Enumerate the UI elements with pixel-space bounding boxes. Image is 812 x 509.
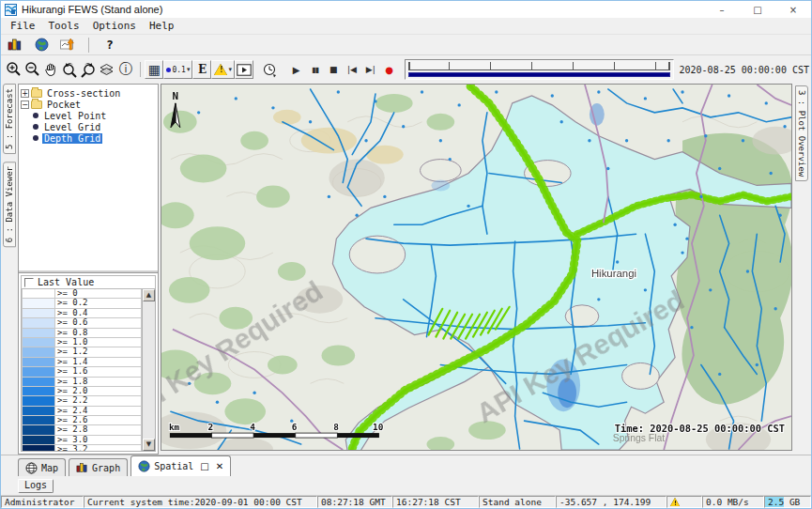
tab-graph[interactable]: Graph bbox=[69, 458, 128, 476]
app-window: Hikurangi FEWS (Stand alone) – □ × File … bbox=[0, 0, 812, 509]
app-logo-icon bbox=[5, 4, 17, 16]
zoom-out-icon[interactable] bbox=[23, 60, 42, 79]
menu-file[interactable]: File bbox=[5, 19, 41, 33]
panel-maximize-icon[interactable]: □ bbox=[200, 461, 208, 471]
svg-text:N: N bbox=[173, 90, 179, 102]
status-gmt-time: 08:27:18 GMT bbox=[317, 496, 392, 508]
legend-row[interactable]: >= 2.2 bbox=[22, 396, 142, 406]
panel-close-icon[interactable]: ✕ bbox=[216, 461, 223, 471]
legend-row[interactable]: >= 0.4 bbox=[22, 309, 142, 318]
warning-triangle-icon bbox=[214, 64, 227, 75]
last-value-checkbox[interactable] bbox=[24, 278, 34, 287]
title-bar: Hikurangi FEWS (Stand alone) – □ × bbox=[1, 1, 811, 18]
legend-row[interactable]: >= 0.6 bbox=[22, 318, 142, 328]
tab-data-viewer[interactable]: 6 : Data Viewer bbox=[3, 162, 16, 247]
legend-row[interactable]: >= 1.8 bbox=[22, 378, 142, 387]
expander-plus-icon[interactable]: + bbox=[21, 89, 29, 98]
map-area[interactable]: API Key Required API Key Required Hikura… bbox=[159, 84, 792, 455]
legend-color-swatch bbox=[22, 396, 55, 406]
bottom-tab-bar: Map Graph Spatial □ ✕ bbox=[1, 455, 811, 476]
main-area: 5 : Forecast 6 : Data Viewer + Cross-sec… bbox=[1, 84, 811, 455]
legend-row[interactable]: >= 2.4 bbox=[22, 407, 142, 416]
status-warning[interactable] bbox=[666, 496, 702, 508]
stop-button[interactable]: ■ bbox=[324, 60, 343, 79]
step-back-button[interactable]: |◀ bbox=[343, 60, 361, 79]
export-timeseries-icon[interactable] bbox=[57, 36, 78, 54]
legend-scrollbar[interactable]: ▲ ▼ bbox=[142, 289, 155, 451]
left-tab-strip: 5 : Forecast 6 : Data Viewer bbox=[1, 84, 18, 455]
legend-row[interactable]: >= 2.8 bbox=[22, 425, 142, 435]
menu-options[interactable]: Options bbox=[87, 19, 142, 33]
scroll-up-icon[interactable]: ▲ bbox=[143, 289, 155, 301]
tree-item-pocket[interactable]: − Pocket bbox=[21, 99, 156, 110]
zoom-previous-icon[interactable] bbox=[60, 60, 79, 79]
window-title: Hikurangi FEWS (Stand alone) bbox=[22, 4, 162, 15]
map-toolbar: ⓘ ▦ 0.1 ▾ E ▾ ▶ ▮▮ ■ |◀ ▶| ● 2020-08-25 … bbox=[1, 55, 811, 84]
toolbar-separator-2 bbox=[140, 62, 141, 77]
minimize-button[interactable]: – bbox=[704, 1, 740, 18]
legend-row[interactable]: >= 1.6 bbox=[22, 367, 142, 377]
map-canvas[interactable]: API Key Required API Key Required Hikura… bbox=[161, 84, 792, 451]
legend-color-swatch bbox=[22, 387, 55, 396]
tree-item-level-point[interactable]: Level Point bbox=[21, 110, 156, 121]
zoom-in-icon[interactable] bbox=[5, 60, 23, 79]
status-mode: Stand alone bbox=[479, 496, 556, 508]
tab-forecast[interactable]: 5 : Forecast bbox=[3, 84, 16, 154]
pan-hand-icon[interactable] bbox=[42, 60, 61, 79]
close-button[interactable]: × bbox=[775, 1, 811, 18]
step-forward-button[interactable]: ▶| bbox=[361, 60, 380, 79]
tree-item-depth-grid[interactable]: Depth Grid bbox=[21, 132, 156, 144]
menu-help[interactable]: Help bbox=[144, 19, 180, 33]
pause-button[interactable]: ▮▮ bbox=[306, 60, 325, 79]
tab-plot-overview[interactable]: 3 : Plot Overview bbox=[795, 85, 808, 181]
scroll-down-icon[interactable]: ▼ bbox=[143, 439, 155, 451]
legend-row[interactable]: >= 1.2 bbox=[22, 347, 142, 357]
legend-row[interactable]: >= 3.0 bbox=[22, 436, 142, 445]
record-button[interactable]: ● bbox=[380, 60, 399, 79]
legend-row[interactable]: >= 2.6 bbox=[22, 416, 142, 425]
classification-dropdown[interactable]: 0.1 ▾ bbox=[163, 60, 192, 79]
grid-display-button[interactable]: ▦ bbox=[145, 60, 163, 79]
legend-row[interactable]: >= 1.4 bbox=[22, 358, 142, 367]
legend-color-swatch bbox=[22, 309, 55, 318]
svg-text:10: 10 bbox=[373, 422, 384, 432]
maximize-button[interactable]: □ bbox=[740, 1, 775, 18]
legend-toggle-button[interactable]: E bbox=[192, 60, 211, 79]
layer-tree: + Cross-section − Pocket Level Point bbox=[19, 85, 158, 272]
tab-map[interactable]: Map bbox=[18, 458, 66, 476]
tab-spatial[interactable]: Spatial □ ✕ bbox=[130, 455, 231, 476]
legend-label: >= 1.8 bbox=[55, 378, 142, 387]
bullet-icon bbox=[33, 113, 38, 118]
time-slider[interactable] bbox=[405, 59, 674, 80]
zoom-next-icon[interactable] bbox=[79, 60, 98, 79]
legend-color-swatch bbox=[22, 289, 55, 299]
logs-button[interactable]: Logs bbox=[18, 479, 54, 493]
legend-row[interactable]: >= 0.8 bbox=[22, 329, 142, 338]
tree-item-level-grid[interactable]: Level Grid bbox=[21, 121, 156, 132]
database-bars-icon[interactable] bbox=[5, 36, 25, 54]
help-button[interactable]: ? bbox=[100, 36, 120, 54]
tree-item-cross-section[interactable]: + Cross-section bbox=[21, 87, 156, 99]
legend-label: >= 2.6 bbox=[55, 416, 142, 425]
legend-row[interactable]: >= 1.0 bbox=[22, 338, 142, 347]
legend-label: >= 0.2 bbox=[55, 299, 142, 308]
menu-tools[interactable]: Tools bbox=[43, 19, 85, 33]
legend-color-swatch bbox=[22, 445, 55, 451]
info-icon[interactable]: ⓘ bbox=[116, 60, 135, 79]
globe-explorer-icon[interactable] bbox=[31, 36, 52, 54]
legend-row[interactable]: >= 0.2 bbox=[22, 299, 142, 308]
movie-player-button[interactable] bbox=[235, 60, 253, 79]
legend-color-swatch bbox=[22, 378, 55, 387]
animation-clock-icon[interactable] bbox=[261, 60, 280, 79]
legend-row[interactable]: >= 3.2 bbox=[22, 445, 142, 451]
legend-row[interactable]: >= 2.0 bbox=[22, 387, 142, 396]
time-slider-track[interactable] bbox=[408, 62, 670, 70]
legend-row[interactable]: >= 0 bbox=[22, 289, 142, 299]
warning-thresholds-dropdown[interactable]: ▾ bbox=[211, 60, 235, 79]
layers-icon[interactable] bbox=[98, 60, 116, 79]
legend-label: >= 0 bbox=[55, 289, 142, 299]
expander-minus-icon[interactable]: − bbox=[21, 100, 29, 109]
play-button[interactable]: ▶ bbox=[287, 60, 306, 79]
svg-text:8: 8 bbox=[333, 422, 339, 432]
chevron-down-icon: ▾ bbox=[228, 66, 232, 73]
